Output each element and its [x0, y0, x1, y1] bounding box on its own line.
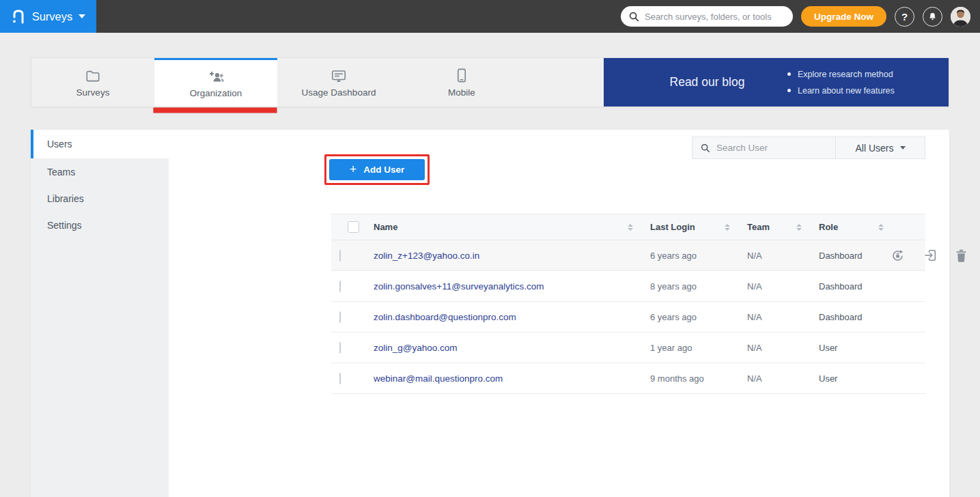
- upgrade-now-button[interactable]: Upgrade Now: [801, 6, 886, 27]
- sidebar-item-settings[interactable]: Settings: [31, 212, 169, 238]
- role-cell: User: [809, 343, 891, 353]
- tab-label: Mobile: [448, 87, 475, 98]
- add-group-icon: [207, 68, 225, 83]
- blog-promo-banner[interactable]: Read our blog Explore research method Le…: [604, 58, 949, 106]
- login-as-user-icon[interactable]: [923, 248, 937, 262]
- org-sidebar: Users Teams Libraries Settings: [31, 130, 169, 497]
- question-mark-icon: ?: [901, 11, 908, 23]
- sidebar-item-libraries[interactable]: Libraries: [31, 185, 169, 212]
- promo-bullet-list: Explore research method Learn about new …: [787, 70, 895, 96]
- user-email-link[interactable]: zolin_z+123@yahoo.co.in: [374, 251, 479, 261]
- promo-bullet: Explore research method: [787, 70, 895, 79]
- row-checkbox[interactable]: [339, 281, 341, 292]
- tab-usage-dashboard[interactable]: Usage Dashboard: [277, 58, 400, 106]
- column-header-role: Role: [819, 222, 838, 232]
- product-label: Surveys: [32, 10, 73, 23]
- tab-mobile[interactable]: Mobile: [400, 58, 523, 106]
- role-cell: Dashboard: [809, 312, 891, 322]
- user-email-link[interactable]: zolin_g@yahoo.com: [374, 343, 458, 353]
- folder-icon: [85, 68, 100, 83]
- table-row: zolin.gonsalves+11@surveyanalytics.com 8…: [331, 271, 925, 302]
- global-search[interactable]: [621, 6, 793, 27]
- user-email-link[interactable]: zolin.gonsalves+11@surveyanalytics.com: [374, 281, 544, 292]
- sort-icon[interactable]: [796, 224, 802, 231]
- team-cell: N/A: [737, 312, 809, 322]
- users-content: All Users + Add User Name Last Login: [169, 130, 949, 497]
- search-icon: [701, 143, 710, 153]
- organization-panel: Users Teams Libraries Settings All Users…: [31, 130, 949, 497]
- sidebar-item-label: Users: [47, 139, 72, 150]
- annotation-highlight-box: + Add User: [324, 154, 430, 185]
- sort-icon[interactable]: [628, 224, 633, 231]
- questionpro-logo-icon: [11, 8, 26, 25]
- add-user-label: Add User: [363, 165, 404, 175]
- add-user-button[interactable]: + Add User: [329, 159, 425, 180]
- last-login-cell: 6 years ago: [640, 251, 737, 261]
- row-checkbox[interactable]: [339, 311, 341, 323]
- role-cell: User: [809, 373, 891, 384]
- row-actions: [891, 248, 980, 263]
- sort-icon[interactable]: [725, 224, 730, 231]
- tab-label: Surveys: [76, 87, 110, 98]
- column-header-name: Name: [374, 222, 397, 232]
- delete-user-icon[interactable]: [955, 249, 967, 262]
- tab-label: Organization: [190, 88, 242, 98]
- role-cell: Dashboard: [809, 251, 891, 261]
- global-search-input[interactable]: [645, 12, 785, 22]
- last-login-cell: 8 years ago: [640, 281, 737, 292]
- notifications-button[interactable]: [923, 7, 942, 27]
- sidebar-item-label: Settings: [47, 220, 82, 231]
- chevron-down-icon: [900, 146, 906, 150]
- user-search-input[interactable]: [716, 143, 827, 153]
- product-menu[interactable]: Surveys: [0, 0, 96, 33]
- sidebar-item-label: Libraries: [47, 193, 84, 204]
- chevron-down-icon: [79, 14, 85, 18]
- team-cell: N/A: [737, 251, 809, 261]
- team-cell: N/A: [737, 281, 809, 292]
- last-login-cell: 9 months ago: [640, 373, 737, 384]
- table-body: zolin_z+123@yahoo.co.in 6 years ago N/A …: [331, 240, 925, 394]
- bell-icon: [927, 12, 938, 22]
- sidebar-item-users[interactable]: Users: [31, 130, 169, 158]
- top-bar: Surveys Upgrade Now ?: [0, 0, 980, 33]
- row-checkbox[interactable]: [339, 342, 341, 354]
- column-header-last-login: Last Login: [650, 222, 695, 232]
- filter-label: All Users: [855, 143, 893, 154]
- tab-surveys[interactable]: Surveys: [31, 58, 154, 106]
- promo-bullet: Learn about new features: [787, 86, 895, 96]
- tab-organization[interactable]: Organization: [154, 58, 277, 106]
- help-button[interactable]: ?: [895, 7, 914, 27]
- role-cell: Dashboard: [809, 281, 891, 292]
- table-header: Name Last Login Team Role: [331, 214, 925, 240]
- plus-icon: +: [350, 163, 357, 175]
- dashboard-icon: [331, 68, 347, 83]
- user-email-link[interactable]: webinar@mail.questionpro.com: [374, 373, 503, 384]
- table-row: zolin_g@yahoo.com 1 year ago N/A User: [331, 332, 925, 363]
- user-avatar[interactable]: [951, 7, 970, 27]
- reset-password-icon[interactable]: [891, 248, 905, 263]
- users-table: Name Last Login Team Role zo: [331, 214, 925, 394]
- sort-icon[interactable]: [878, 224, 884, 231]
- column-header-team: Team: [747, 222, 770, 232]
- table-row: zolin.dashboard@questionpro.com 6 years …: [331, 302, 925, 332]
- mobile-icon: [457, 68, 466, 83]
- user-filter-group: All Users: [692, 137, 925, 159]
- last-login-cell: 1 year ago: [640, 343, 737, 353]
- team-cell: N/A: [737, 343, 809, 353]
- user-filter-dropdown[interactable]: All Users: [836, 137, 925, 158]
- sidebar-item-teams[interactable]: Teams: [31, 158, 169, 185]
- table-row: zolin_z+123@yahoo.co.in 6 years ago N/A …: [331, 240, 925, 271]
- user-email-link[interactable]: zolin.dashboard@questionpro.com: [374, 312, 516, 322]
- search-icon: [629, 12, 639, 22]
- promo-title: Read our blog: [627, 75, 787, 89]
- row-checkbox[interactable]: [339, 250, 341, 261]
- sidebar-item-label: Teams: [47, 167, 75, 178]
- select-all-checkbox[interactable]: [348, 221, 359, 233]
- team-cell: N/A: [737, 373, 809, 384]
- section-tabs: Surveys Organization Usage Dashboard Mob…: [31, 57, 949, 107]
- row-checkbox[interactable]: [339, 373, 341, 384]
- user-search[interactable]: [692, 137, 836, 158]
- table-row: webinar@mail.questionpro.com 9 months ag…: [331, 363, 925, 394]
- tab-label: Usage Dashboard: [302, 87, 376, 98]
- last-login-cell: 6 years ago: [640, 312, 737, 322]
